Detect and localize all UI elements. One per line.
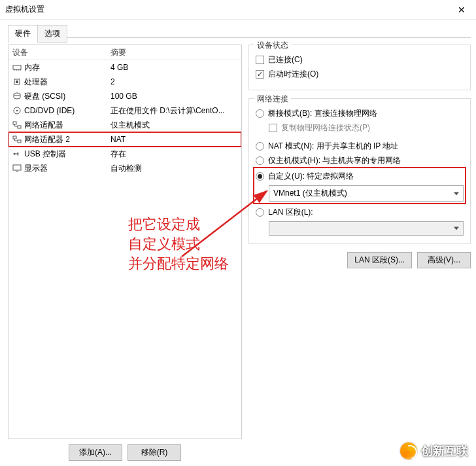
radio-lan-segment[interactable] (256, 208, 264, 217)
svg-rect-10 (13, 122, 16, 124)
list-item[interactable]: CD/DVD (IDE) 正在使用文件 D:\云计算\CentO... (8, 103, 241, 118)
svg-rect-6 (16, 81, 18, 83)
svg-point-9 (16, 110, 18, 112)
svg-rect-0 (13, 65, 21, 69)
svg-rect-15 (13, 165, 21, 170)
close-icon: ✕ (458, 5, 466, 15)
device-list: 设备 摘要 内存 4 GB 处理器 2 硬盘 (SCSI) 100 GB CD/… (8, 45, 242, 439)
list-item[interactable]: 内存 4 GB (8, 60, 241, 75)
svg-rect-11 (18, 126, 21, 128)
header-device: 设备 (12, 46, 110, 58)
device-status-group: 设备状态 已连接(C) 启动时连接(O) (248, 45, 471, 90)
label-connected: 已连接(C) (268, 53, 303, 66)
label-custom: 自定义(U): 特定虚拟网络 (268, 170, 354, 183)
remove-button[interactable]: 移除(R) (128, 444, 181, 461)
memory-icon (12, 63, 22, 71)
close-button[interactable]: ✕ (447, 0, 476, 20)
custom-block: 自定义(U): 特定虚拟网络 VMnet1 (仅主机模式) (256, 170, 464, 202)
cpu-icon (12, 78, 22, 86)
list-item[interactable]: 硬盘 (SCSI) 100 GB (8, 89, 241, 103)
label-nat: NAT 模式(N): 用于共享主机的 IP 地址 (268, 139, 398, 152)
checkbox-replicate[interactable] (269, 124, 277, 132)
lan-segment-select (269, 221, 464, 236)
checkbox-connected[interactable] (256, 56, 264, 64)
list-item[interactable]: 显示器 自动检测 (8, 161, 241, 175)
custom-network-select[interactable]: VMnet1 (仅主机模式) (269, 185, 464, 202)
label-lan-segment: LAN 区段(L): (268, 206, 313, 219)
title-bar: 虚拟机设置 ✕ (0, 0, 476, 20)
checkbox-connect-on-power[interactable] (256, 70, 264, 79)
group-legend: 设备状态 (254, 40, 291, 51)
svg-point-7 (14, 93, 20, 96)
header-summary: 摘要 (110, 46, 237, 58)
add-button[interactable]: 添加(A)... (69, 444, 122, 461)
group-legend: 网络连接 (254, 94, 291, 105)
network-icon (12, 121, 22, 129)
radio-custom[interactable] (256, 172, 264, 181)
advanced-button[interactable]: 高级(V)... (417, 252, 471, 268)
radio-hostonly[interactable] (256, 156, 264, 165)
network-icon (12, 135, 22, 143)
hardware-right-panel: 设备状态 已连接(C) 启动时连接(O) 网络连接 桥接模式(B): 直接连接物… (248, 45, 471, 461)
label-replicate: 复制物理网络连接状态(P) (281, 121, 370, 134)
cd-icon (12, 107, 22, 115)
lan-segments-button[interactable]: LAN 区段(S)... (347, 252, 412, 268)
list-item[interactable]: 网络适配器 仅主机模式 (8, 118, 241, 132)
usb-icon (12, 150, 22, 158)
svg-rect-12 (13, 136, 16, 139)
list-item[interactable]: USB 控制器 存在 (8, 147, 241, 161)
display-icon (12, 164, 22, 172)
tab-options[interactable]: 选项 (37, 25, 67, 43)
svg-rect-13 (18, 140, 21, 143)
hardware-left-panel: 设备 摘要 内存 4 GB 处理器 2 硬盘 (SCSI) 100 GB CD/… (8, 45, 242, 461)
radio-nat[interactable] (256, 142, 264, 151)
label-bridged: 桥接模式(B): 直接连接物理网络 (268, 107, 377, 120)
list-item[interactable]: 处理器 2 (8, 75, 241, 89)
label-hostonly: 仅主机模式(H): 与主机共享的专用网络 (268, 154, 401, 167)
network-connection-group: 网络连接 桥接模式(B): 直接连接物理网络 复制物理网络连接状态(P) NAT… (248, 98, 471, 244)
disk-icon (12, 92, 22, 100)
list-item-selected[interactable]: 网络适配器 2 NAT (8, 132, 241, 147)
tab-hardware[interactable]: 硬件 (8, 25, 38, 43)
list-header: 设备 摘要 (8, 45, 241, 60)
label-connect-on-power: 启动时连接(O) (268, 67, 318, 81)
window-title: 虚拟机设置 (5, 4, 44, 15)
radio-bridged[interactable] (256, 109, 264, 118)
